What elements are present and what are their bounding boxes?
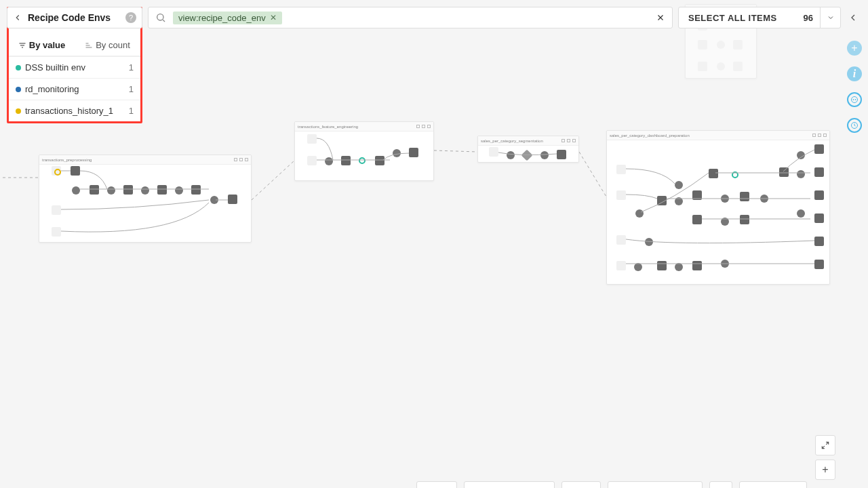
select-all-box: SELECT ALL ITEMS 96 — [678, 7, 841, 28]
zone-title: transactions_feature_engineering — [298, 125, 416, 129]
env-count: 1 — [129, 62, 134, 73]
sort-label: By value — [29, 40, 65, 50]
zone-transactions-preprocessing[interactable]: transactions_preprocessing — [39, 155, 252, 243]
add-icon[interactable]: + — [847, 41, 862, 56]
zone-sales-dashboard-preparation[interactable]: sales_per_category_dashboard_preparation — [606, 130, 830, 285]
env-name: DSS builtin env — [25, 62, 129, 73]
right-rail: + i — [845, 41, 864, 133]
panel-header: Recipe Code Envs ? — [7, 7, 142, 28]
list-item[interactable]: DSS builtin env 1 — [9, 56, 140, 78]
search-chip[interactable]: view:recipe_code_env ✕ — [173, 12, 282, 24]
collapse-right-icon[interactable] — [845, 9, 861, 26]
env-count: 1 — [129, 84, 134, 94]
back-icon[interactable] — [13, 13, 22, 22]
select-all-label[interactable]: SELECT ALL ITEMS — [679, 13, 797, 23]
history-icon[interactable] — [847, 118, 862, 133]
map-controls: + — [815, 435, 835, 480]
help-icon[interactable]: ? — [125, 12, 136, 23]
select-count: 96 — [797, 13, 820, 23]
chevron-down-icon[interactable] — [820, 7, 840, 28]
expand-icon[interactable] — [815, 435, 835, 455]
recipe-node[interactable] — [359, 157, 366, 164]
env-name: transactions_history_1 — [25, 106, 129, 116]
panel-title: Recipe Code Envs — [28, 12, 125, 23]
info-icon[interactable]: i — [847, 66, 862, 81]
chip-label: view:recipe_code_env — [178, 13, 266, 23]
sort-label: By count — [96, 40, 130, 50]
sort-by-count[interactable]: By count — [75, 35, 140, 56]
env-name: rd_monitoring — [25, 84, 129, 94]
zone-title: sales_per_category_segmentation — [481, 139, 561, 143]
zone-transactions-feature-engineering[interactable]: transactions_feature_engineering — [294, 121, 434, 181]
svg-point-1 — [852, 97, 858, 103]
svg-point-2 — [853, 100, 854, 100]
sort-by-value[interactable]: By value — [9, 35, 75, 56]
zone-title: sales_per_category_dashboard_preparation — [610, 134, 812, 138]
svg-point-0 — [157, 14, 163, 20]
list-item[interactable]: rd_monitoring 1 — [9, 78, 140, 100]
recipe-node[interactable] — [54, 169, 61, 176]
chip-remove-icon[interactable]: ✕ — [270, 13, 277, 22]
search-icon — [155, 12, 166, 23]
chat-icon[interactable] — [847, 92, 862, 107]
search-bar[interactable]: view:recipe_code_env ✕ — [148, 7, 673, 28]
env-list: DSS builtin env 1 rd_monitoring 1 transa… — [9, 56, 140, 121]
zone-sales-per-category-segmentation[interactable]: sales_per_category_segmentation — [477, 136, 579, 163]
clear-search-icon[interactable] — [656, 13, 665, 22]
env-count: 1 — [129, 106, 134, 116]
zone-title: transactions_preprocessing — [42, 158, 234, 162]
svg-point-3 — [855, 100, 856, 100]
zoom-in-icon[interactable]: + — [815, 460, 835, 480]
list-item[interactable]: transactions_history_1 1 — [9, 100, 140, 121]
recipe-node[interactable] — [732, 171, 738, 178]
